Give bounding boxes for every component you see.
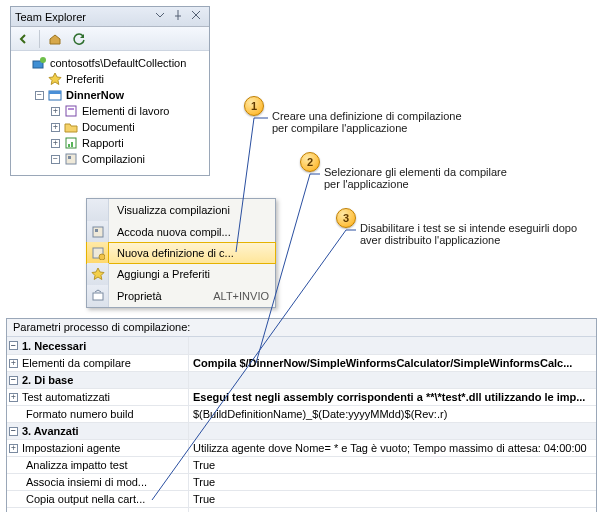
prop-name: Impostazioni agente	[22, 442, 120, 454]
prop-name: Associa insiemi di mod...	[26, 476, 147, 488]
pin-icon[interactable]	[173, 10, 187, 24]
refresh-button[interactable]	[68, 29, 90, 49]
menu-queue-new-build[interactable]: Accoda nuova compil...	[87, 221, 275, 243]
menu-item-label: Aggiungi a Preferiti	[117, 268, 210, 280]
menu-add-to-favorites[interactable]: Aggiungi a Preferiti	[87, 263, 275, 285]
tree-root[interactable]: contosotfs\DefaultCollection	[15, 55, 205, 71]
report-icon	[64, 136, 78, 150]
menu-item-label: Visualizza compilazioni	[117, 204, 230, 216]
expander-minus-icon[interactable]: −	[35, 91, 44, 100]
svg-rect-7	[68, 144, 70, 147]
propgrid-title: Parametri processo di compilazione:	[7, 319, 596, 337]
expander-minus-icon[interactable]: −	[9, 341, 18, 350]
menu-new-build-definition[interactable]: Nuova definizione di c...	[86, 242, 276, 264]
tree-item-label: Documenti	[82, 121, 135, 133]
prop-name: Formato numero build	[26, 408, 134, 420]
prop-value[interactable]: True	[189, 474, 596, 490]
expander-minus-icon[interactable]: −	[9, 427, 18, 436]
svg-rect-3	[49, 91, 61, 94]
prop-value[interactable]: Esegui test negli assembly corrispondent…	[189, 389, 596, 405]
expander-plus-icon[interactable]: +	[51, 123, 60, 132]
svg-point-1	[40, 57, 46, 63]
close-icon[interactable]	[191, 10, 205, 24]
tree-item-label: Compilazioni	[82, 153, 145, 165]
build-icon	[64, 152, 78, 166]
svg-rect-15	[93, 293, 103, 300]
callout-badge-2: 2	[300, 152, 320, 172]
menu-item-label: Nuova definizione di c...	[117, 247, 234, 259]
callout-line: per compilare l'applicazione	[272, 122, 462, 134]
propgrid-row-agent[interactable]: +Impostazioni agente Utilizza agente dov…	[7, 439, 596, 456]
team-explorer-panel: Team Explorer contosotfs\DefaultCollecti…	[10, 6, 210, 176]
callout-1: Creare una definizione di compilazione p…	[272, 110, 462, 134]
workitem-icon	[64, 104, 78, 118]
prop-value[interactable]: Utilizza agente dove Nome= * e Tag è vuo…	[189, 440, 596, 456]
prop-name: Elementi da compilare	[22, 357, 131, 369]
category-label: 2. Di base	[22, 374, 73, 386]
callout-2: Selezionare gli elementi da compilare pe…	[324, 166, 507, 190]
properties-icon	[87, 285, 109, 307]
team-explorer-titlebar: Team Explorer	[11, 7, 209, 27]
propgrid-category-required[interactable]: −1. Necessari	[7, 337, 596, 354]
prop-value[interactable]: True	[189, 508, 596, 512]
callout-badge-1: 1	[244, 96, 264, 116]
menu-view-builds[interactable]: Visualizza compilazioni	[87, 199, 275, 221]
tree-workitems[interactable]: + Elementi di lavoro	[15, 103, 205, 119]
category-label: 1. Necessari	[22, 340, 86, 352]
menu-properties[interactable]: Proprietà ALT+INVIO	[87, 285, 275, 307]
team-explorer-tree: contosotfs\DefaultCollection Preferiti −…	[11, 51, 209, 175]
menu-icon-placeholder	[87, 199, 109, 221]
svg-point-14	[99, 254, 105, 260]
svg-rect-10	[68, 156, 71, 159]
category-label: 3. Avanzati	[22, 425, 79, 437]
propgrid-category-advanced[interactable]: −3. Avanzati	[7, 422, 596, 439]
propgrid-row-auto-tests[interactable]: +Test automatizzati Esegui test negli as…	[7, 388, 596, 405]
tree-builds[interactable]: − Compilazioni	[15, 151, 205, 167]
tree-documents[interactable]: + Documenti	[15, 119, 205, 135]
expander-minus-icon[interactable]: −	[9, 376, 18, 385]
queue-icon	[87, 221, 109, 243]
build-process-parameters-grid: Parametri processo di compilazione: −1. …	[6, 318, 597, 512]
project-icon	[48, 88, 62, 102]
expander-plus-icon[interactable]: +	[51, 107, 60, 116]
svg-rect-5	[68, 108, 74, 110]
builds-context-menu: Visualizza compilazioni Accoda nuova com…	[86, 198, 276, 308]
nav-back-button[interactable]	[13, 29, 35, 49]
propgrid-row-create[interactable]: Crea un elemento di l... True	[7, 507, 596, 512]
callout-line: Selezionare gli elementi da compilare	[324, 166, 507, 178]
expander-minus-icon[interactable]: −	[51, 155, 60, 164]
callout-3: Disabilitare i test se si intende esegui…	[360, 222, 577, 246]
propgrid-row-assoc[interactable]: Associa insiemi di mod... True	[7, 473, 596, 490]
propgrid-category-basic[interactable]: −2. Di base	[7, 371, 596, 388]
expander-plus-icon[interactable]: +	[9, 393, 18, 402]
tree-reports[interactable]: + Rapporti	[15, 135, 205, 151]
star-icon	[48, 72, 62, 86]
menu-item-label: Proprietà	[117, 290, 162, 302]
prop-value[interactable]: $(BuildDefinitionName)_$(Date:yyyyMMdd)$…	[189, 406, 596, 422]
tree-item-label: DinnerNow	[66, 89, 124, 101]
svg-rect-8	[71, 142, 73, 147]
expander-plus-icon[interactable]: +	[51, 139, 60, 148]
home-button[interactable]	[44, 29, 66, 49]
tree-favorites[interactable]: Preferiti	[15, 71, 205, 87]
prop-value[interactable]: True	[189, 457, 596, 473]
prop-value[interactable]: Compila $/DinnerNow/SimpleWinformsCalcul…	[189, 355, 596, 371]
svg-rect-4	[66, 106, 76, 116]
prop-value[interactable]: True	[189, 491, 596, 507]
propgrid-row-items-to-build[interactable]: +Elementi da compilare Compila $/DinnerN…	[7, 354, 596, 371]
expander-plus-icon[interactable]: +	[9, 444, 18, 453]
callout-line: Disabilitare i test se si intende esegui…	[360, 222, 577, 234]
propgrid-row-analyze[interactable]: Analizza impatto test True	[7, 456, 596, 473]
toolbar-separator	[39, 30, 40, 48]
svg-rect-12	[95, 229, 98, 232]
dropdown-icon[interactable]	[155, 10, 169, 24]
callout-line: Creare una definizione di compilazione	[272, 110, 462, 122]
tree-project[interactable]: − DinnerNow	[15, 87, 205, 103]
callout-line: aver distribuito l'applicazione	[360, 234, 577, 246]
propgrid-row-copy[interactable]: Copia output nella cart... True	[7, 490, 596, 507]
folder-icon	[64, 120, 78, 134]
menu-shortcut: ALT+INVIO	[213, 290, 269, 302]
expander-plus-icon[interactable]: +	[9, 359, 18, 368]
propgrid-row-build-num[interactable]: Formato numero build $(BuildDefinitionNa…	[7, 405, 596, 422]
new-def-icon	[87, 242, 109, 264]
